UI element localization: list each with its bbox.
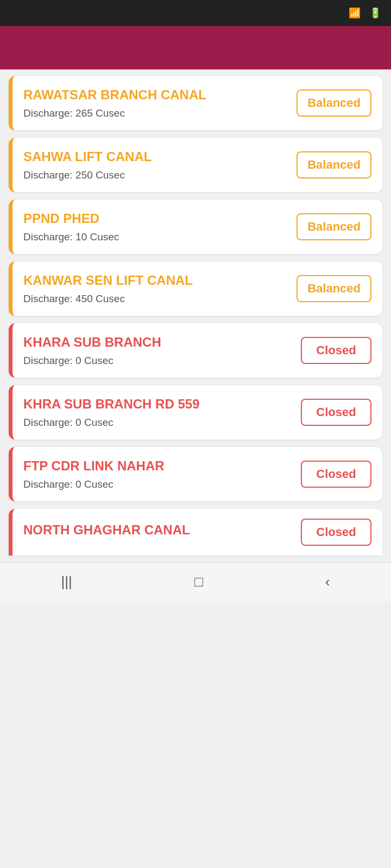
canal-info: NORTH GHAGHAR CANAL	[23, 522, 301, 542]
canal-info: RAWATSAR BRANCH CANAL Discharge: 265 Cus…	[23, 87, 297, 119]
list-item[interactable]: PPND PHED Discharge: 10 Cusec Balanced	[9, 200, 382, 254]
canal-info: KHRA SUB BRANCH RD 559 Discharge: 0 Cuse…	[23, 396, 301, 429]
status-badge: Closed	[301, 461, 371, 488]
status-badge: Balanced	[297, 213, 371, 240]
list-item[interactable]: KHARA SUB BRANCH Discharge: 0 Cusec Clos…	[9, 323, 382, 378]
status-badge: Balanced	[297, 275, 371, 302]
status-bar: 📶 🔋	[0, 0, 391, 26]
list-item[interactable]: NORTH GHAGHAR CANAL Closed	[9, 509, 382, 556]
status-badge: Balanced	[297, 151, 371, 178]
canal-discharge: Discharge: 250 Cusec	[23, 169, 297, 181]
list-item[interactable]: FTP CDR LINK NAHAR Discharge: 0 Cusec Cl…	[9, 447, 382, 501]
canal-discharge: Discharge: 450 Cusec	[23, 293, 297, 305]
canal-discharge: Discharge: 265 Cusec	[23, 107, 297, 119]
navbar	[0, 26, 391, 69]
list-item[interactable]: SAHWA LIFT CANAL Discharge: 250 Cusec Ba…	[9, 138, 382, 192]
canal-info: FTP CDR LINK NAHAR Discharge: 0 Cusec	[23, 458, 301, 490]
battery-icon: 🔋	[369, 7, 381, 19]
canal-info: SAHWA LIFT CANAL Discharge: 250 Cusec	[23, 149, 297, 181]
status-badge: Closed	[301, 337, 371, 364]
canal-name: FTP CDR LINK NAHAR	[23, 458, 301, 474]
canal-name: RAWATSAR BRANCH CANAL	[23, 87, 297, 103]
canal-name: SAHWA LIFT CANAL	[23, 149, 297, 165]
canal-discharge: Discharge: 0 Cusec	[23, 478, 301, 490]
nav-home-icon[interactable]: □	[194, 573, 203, 590]
status-badge: Balanced	[297, 90, 371, 117]
canal-name: PPND PHED	[23, 210, 297, 227]
canal-discharge: Discharge: 0 Cusec	[23, 417, 301, 429]
canal-info: KHARA SUB BRANCH Discharge: 0 Cusec	[23, 334, 301, 367]
canal-info: PPND PHED Discharge: 10 Cusec	[23, 210, 297, 243]
list-item[interactable]: KHRA SUB BRANCH RD 559 Discharge: 0 Cuse…	[9, 385, 382, 439]
nav-menu-icon[interactable]: |||	[61, 573, 72, 590]
canal-name: KHARA SUB BRANCH	[23, 334, 301, 350]
canal-name: NORTH GHAGHAR CANAL	[23, 522, 301, 538]
status-right: 📶 🔋	[349, 7, 381, 19]
list-item[interactable]: KANWAR SEN LIFT CANAL Discharge: 450 Cus…	[9, 261, 382, 316]
bottom-nav: ||| □ ‹	[0, 562, 391, 601]
status-badge: Closed	[301, 399, 371, 426]
canal-name: KHRA SUB BRANCH RD 559	[23, 396, 301, 412]
canal-info: KANWAR SEN LIFT CANAL Discharge: 450 Cus…	[23, 272, 297, 305]
wifi-icon: 📶	[349, 7, 361, 19]
canal-discharge: Discharge: 10 Cusec	[23, 231, 297, 243]
canal-name: KANWAR SEN LIFT CANAL	[23, 272, 297, 289]
canal-list: RAWATSAR BRANCH CANAL Discharge: 265 Cus…	[0, 69, 391, 562]
status-badge: Closed	[301, 519, 371, 546]
canal-discharge: Discharge: 0 Cusec	[23, 355, 301, 367]
nav-back-icon[interactable]: ‹	[325, 573, 330, 590]
list-item[interactable]: RAWATSAR BRANCH CANAL Discharge: 265 Cus…	[9, 76, 382, 130]
